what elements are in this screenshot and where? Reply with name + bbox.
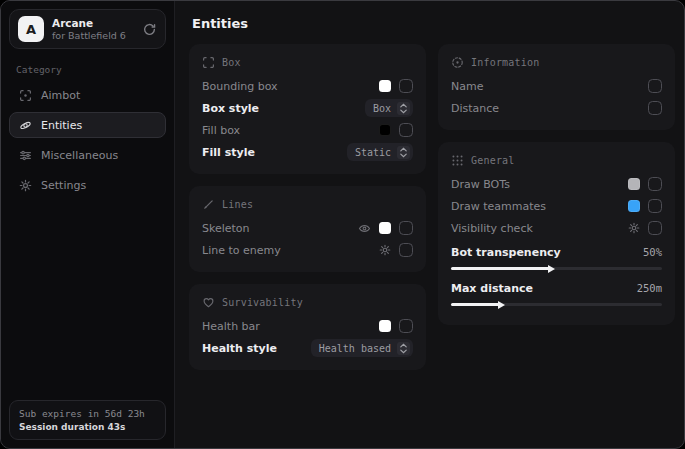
checkbox[interactable] [648,101,662,115]
select-value: Box [373,103,391,114]
bot-transparency-slider[interactable] [451,267,662,270]
right-column: Information Name Distance [438,44,675,370]
setting-row-fill-style: Fill style Static [202,141,413,163]
health-style-select[interactable]: Health based [311,339,413,357]
lines-card-header: Lines [202,198,413,211]
section-title: Survivability [222,297,303,308]
checkbox[interactable] [399,221,413,235]
checkbox[interactable] [648,79,662,93]
survivability-card-header: Survivability [202,296,413,309]
max-distance-group: Max distance 250m [451,278,662,306]
color-swatch[interactable] [628,200,640,212]
setting-label: Visibility check [451,222,533,235]
sidebar-item-label: Aimbot [41,89,80,102]
gear-icon[interactable] [379,244,391,256]
survivability-card: Survivability Health bar Health style [189,284,426,370]
checkbox[interactable] [648,221,662,235]
setting-row-draw-bots: Draw BOTs [451,173,662,195]
sidebar-item-settings[interactable]: Settings [9,172,166,198]
app-logo: A [18,16,44,42]
sidebar-item-label: Entities [41,119,82,132]
setting-label: Bounding box [202,80,278,93]
scan-box-icon [202,56,215,69]
checkbox[interactable] [399,319,413,333]
app-name: Arcane [52,17,126,30]
setting-label: Draw teammates [451,200,546,213]
setting-row-line-to-enemy: Line to enemy [202,239,413,261]
setting-label: Box style [202,102,259,115]
slider-fill [451,267,550,270]
checkbox[interactable] [648,177,662,191]
session-duration-text: Session duration 43s [19,422,156,432]
bot-transparency-group: Bot transpenency 50% [451,242,662,270]
box-style-select[interactable]: Box [365,99,413,117]
sidebar-item-label: Miscellaneous [41,149,118,162]
box-card: Box Bounding box Box style Box [189,44,426,174]
heart-icon [202,296,215,309]
color-swatch[interactable] [379,320,391,332]
setting-label: Max distance [451,282,533,295]
app-window: A Arcane for Battlefield 6 Category [0,0,685,449]
slider-value: 250m [637,282,662,294]
checkbox[interactable] [399,79,413,93]
app-subtitle: for Battlefield 6 [52,30,126,41]
select-value: Health based [319,343,391,354]
color-swatch[interactable] [379,222,391,234]
setting-label: Skeleton [202,222,250,235]
setting-label: Bot transpenency [451,246,561,259]
chevron-up-down-icon [397,342,410,355]
eye-icon[interactable] [358,222,371,235]
lines-card: Lines Skeleton [189,186,426,272]
section-title: Information [471,57,539,68]
sidebar-item-miscellaneous[interactable]: Miscellaneous [9,142,166,168]
crosshair-icon [19,89,32,102]
box-card-header: Box [202,56,413,69]
color-swatch[interactable] [379,80,391,92]
setting-label: Fill box [202,124,240,137]
subscription-footer: Sub expires in 56d 23h Session duration … [9,400,166,440]
sidebar: A Arcane for Battlefield 6 Category [1,1,175,448]
setting-row-box-style: Box style Box [202,97,413,119]
information-card-header: Information [451,56,662,69]
gear-icon[interactable] [628,222,640,234]
section-title: Lines [222,199,253,210]
fill-style-select[interactable]: Static [347,143,413,161]
setting-label: Draw BOTs [451,178,510,191]
setting-row-health-style: Health style Health based [202,337,413,359]
sidebar-item-entities[interactable]: Entities [9,112,166,138]
app-meta: Arcane for Battlefield 6 [52,17,126,42]
general-card: General Draw BOTs Draw teammates [438,142,675,325]
sub-expiry-text: Sub expires in 56d 23h [19,408,156,419]
color-swatch[interactable] [379,124,391,136]
info-circle-icon [451,56,464,69]
sidebar-item-aimbot[interactable]: Aimbot [9,82,166,108]
setting-row-health-bar: Health bar [202,315,413,337]
sidebar-item-label: Settings [41,179,86,192]
chevron-up-down-icon [397,146,410,159]
setting-label: Fill style [202,146,255,159]
checkbox[interactable] [399,243,413,257]
atom-icon [19,119,32,132]
section-title: Box [222,57,241,68]
sync-icon[interactable] [142,22,157,37]
sidebar-nav: Aimbot Entities Miscella [9,82,166,198]
page-title: Entities [192,16,670,31]
slider-value: 50% [643,246,662,258]
checkbox[interactable] [648,199,662,213]
app-header-card: A Arcane for Battlefield 6 [9,9,166,49]
checkbox[interactable] [399,123,413,137]
setting-row-skeleton: Skeleton [202,217,413,239]
setting-label: Health style [202,342,277,355]
grid-dots-icon [451,154,464,167]
setting-row-bounding-box: Bounding box [202,75,413,97]
category-label: Category [16,64,166,75]
general-card-header: General [451,154,662,167]
setting-row-fill-box: Fill box [202,119,413,141]
setting-label: Line to enemy [202,244,281,257]
setting-label: Name [451,80,483,93]
setting-label: Distance [451,102,499,115]
main-panel: Entities Box B [175,1,684,448]
color-swatch[interactable] [628,178,640,190]
chevron-up-down-icon [397,102,410,115]
max-distance-slider[interactable] [451,303,662,306]
